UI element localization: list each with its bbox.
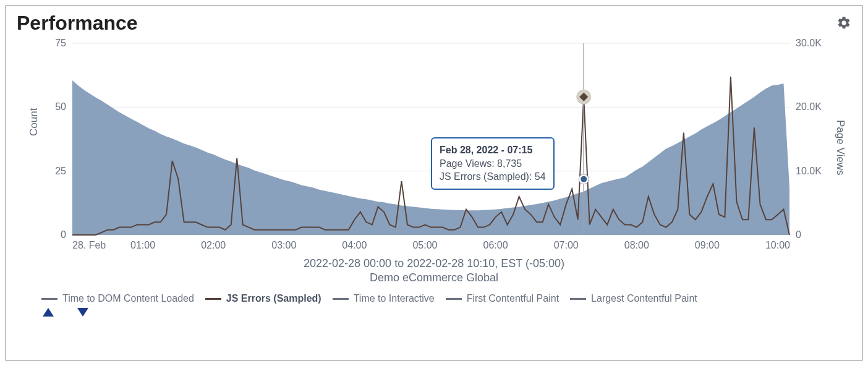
svg-text:30.0K: 30.0K <box>796 38 822 48</box>
svg-text:28. Feb: 28. Feb <box>72 240 106 250</box>
svg-text:07:00: 07:00 <box>554 240 579 250</box>
scroll-controls <box>17 308 851 319</box>
legend-label: First Contentful Paint <box>467 293 559 304</box>
legend-label: JS Errors (Sampled) <box>226 293 321 304</box>
svg-text:05:00: 05:00 <box>412 240 437 250</box>
svg-text:09:00: 09:00 <box>695 240 720 250</box>
performance-chart[interactable]: 0255075010.0K20.0K30.0K28. Feb01:0002:00… <box>35 37 839 253</box>
legend-swatch <box>570 298 586 300</box>
chart-date-range: 2022-02-28 00:00 to 2022-02-28 10:10, ES… <box>17 257 851 270</box>
svg-text:25: 25 <box>55 166 66 176</box>
legend-swatch <box>333 298 349 300</box>
svg-text:0: 0 <box>796 229 801 240</box>
performance-panel: Performance Count 0255075010.0K20.0K30.0… <box>5 5 863 361</box>
scroll-up-icon[interactable] <box>43 308 54 317</box>
svg-text:01:00: 01:00 <box>130 240 155 250</box>
chart-legend: Time to DOM Content LoadedJS Errors (Sam… <box>17 293 851 304</box>
svg-text:03:00: 03:00 <box>271 240 296 250</box>
legend-swatch <box>446 298 462 300</box>
svg-text:02:00: 02:00 <box>201 240 226 250</box>
legend-label: Time to DOM Content Loaded <box>62 293 194 304</box>
svg-text:0: 0 <box>61 229 66 240</box>
svg-text:10:00: 10:00 <box>765 240 790 250</box>
legend-label: Time to Interactive <box>354 293 435 304</box>
chart-site-name: Demo eCommerce Global <box>17 271 851 284</box>
legend-label: Largest Contentful Paint <box>591 293 697 304</box>
y-axis-left-title: Count <box>28 108 40 136</box>
svg-text:75: 75 <box>55 38 66 48</box>
y-axis-right-title: Page Views <box>834 120 846 175</box>
legend-item-1[interactable]: JS Errors (Sampled) <box>205 293 321 304</box>
panel-title: Performance <box>17 12 851 35</box>
gear-icon[interactable] <box>836 15 851 30</box>
svg-text:10.0K: 10.0K <box>796 166 822 176</box>
svg-text:20.0K: 20.0K <box>796 101 822 112</box>
legend-item-2[interactable]: Time to Interactive <box>333 293 435 304</box>
legend-item-4[interactable]: Largest Contentful Paint <box>570 293 697 304</box>
legend-item-0[interactable]: Time to DOM Content Loaded <box>41 293 194 304</box>
svg-point-8 <box>581 176 587 182</box>
svg-text:50: 50 <box>55 101 66 112</box>
legend-swatch <box>41 298 57 300</box>
scroll-down-icon[interactable] <box>77 308 88 317</box>
svg-text:06:00: 06:00 <box>483 240 508 250</box>
svg-text:08:00: 08:00 <box>624 240 649 250</box>
legend-item-3[interactable]: First Contentful Paint <box>446 293 559 304</box>
legend-swatch <box>205 298 221 300</box>
chart-area[interactable]: Count 0255075010.0K20.0K30.0K28. Feb01:0… <box>35 37 851 256</box>
svg-text:04:00: 04:00 <box>342 240 367 250</box>
